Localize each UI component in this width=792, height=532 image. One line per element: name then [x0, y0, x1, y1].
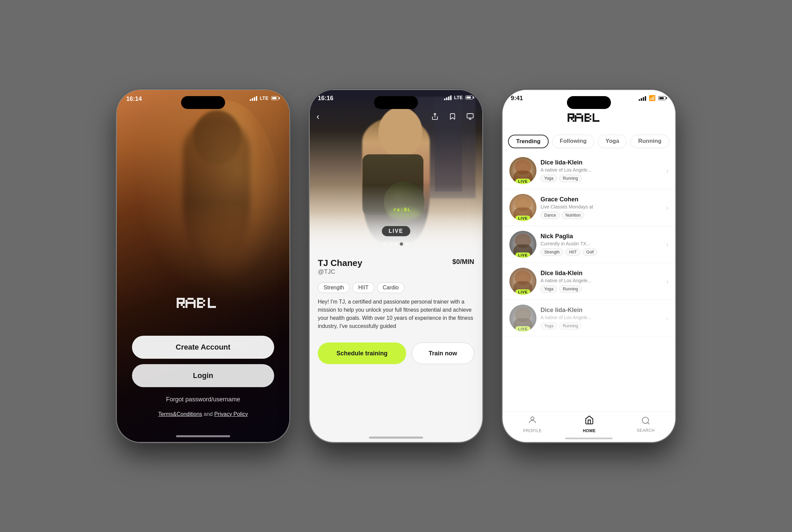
svg-rect-63	[573, 120, 574, 122]
status-time-1: 16:14	[126, 95, 142, 102]
tag-running-4[interactable]: Running	[559, 285, 582, 293]
svg-rect-58	[573, 115, 574, 117]
trainer-header: TJ Chaney @TJC $0/MIN	[318, 258, 474, 280]
trainer-avatar-4: LIVE	[509, 268, 536, 295]
trainer-list-item[interactable]: LIVE Grace Cohen Live Classes Mondays at…	[503, 189, 675, 226]
svg-rect-67	[575, 115, 577, 117]
phone-2-actions: Schedule training Train now	[310, 342, 482, 372]
forgot-password-link[interactable]: Forgot password/username	[166, 396, 240, 403]
tag-strength-3[interactable]: Strength	[541, 248, 563, 256]
chevron-right-4: ›	[666, 278, 668, 285]
terms-conditions-link[interactable]: Terms&Conditions	[158, 411, 202, 417]
svg-rect-37	[201, 302, 203, 304]
svg-rect-95	[593, 120, 594, 122]
bookmark-icon[interactable]	[447, 111, 458, 122]
trainer-price: $0/MIN	[453, 258, 474, 266]
trainer-info-2: Grace Cohen Live Classes Mondays at Danc…	[536, 196, 666, 219]
train-now-button[interactable]: Train now	[412, 342, 474, 364]
tag-yoga-4[interactable]: Yoga	[541, 285, 557, 293]
trainer-tags-1: Yoga Running	[541, 175, 662, 182]
tag-strength[interactable]: Strength	[318, 282, 350, 293]
nav-home[interactable]: HOME	[583, 415, 596, 433]
svg-rect-74	[575, 118, 577, 120]
nav-profile[interactable]: PROFILE	[523, 415, 542, 433]
tag-yoga-1[interactable]: Yoga	[541, 175, 557, 182]
tag-dance-2[interactable]: Dance	[541, 211, 560, 219]
trainer-tags-5: Yoga Running	[541, 322, 662, 330]
trainer-list: LIVE Dice Iida-Klein A native of Los Ang…	[503, 152, 675, 337]
svg-rect-83	[586, 113, 588, 115]
filter-tabs: Trending Following Yoga Running	[503, 135, 675, 152]
more-icon[interactable]	[465, 111, 475, 122]
search-icon	[641, 416, 650, 427]
tab-running[interactable]: Running	[630, 135, 669, 148]
svg-rect-70	[577, 117, 578, 118]
svg-rect-93	[593, 117, 594, 118]
svg-rect-84	[588, 113, 590, 115]
tag-hiit[interactable]: HIIT	[352, 282, 374, 293]
svg-rect-60	[571, 117, 573, 118]
trainer-desc-3: Currently in Austin TX...	[541, 241, 622, 246]
svg-rect-79	[585, 115, 586, 117]
home-icon	[585, 415, 594, 427]
svg-rect-36	[199, 302, 201, 304]
login-button[interactable]: Login	[132, 364, 274, 387]
trainer-info-1: Dice Iida-Klein A native of Los Angele..…	[536, 159, 666, 182]
back-button[interactable]: ‹	[317, 111, 320, 122]
dot-3[interactable]	[394, 242, 397, 245]
svg-rect-86	[586, 117, 588, 118]
tab-yoga[interactable]: Yoga	[598, 135, 627, 148]
status-right-2: LTE	[444, 95, 474, 100]
tag-yoga-5[interactable]: Yoga	[541, 322, 557, 330]
share-icon[interactable]	[430, 111, 440, 122]
phone-1-screen: 16:14 LTE	[117, 90, 289, 442]
dynamic-island-2	[374, 96, 418, 109]
tag-nutrition-2[interactable]: Nutrition	[562, 211, 585, 219]
dot-4[interactable]	[400, 242, 403, 246]
svg-rect-94	[593, 118, 594, 120]
nav-search[interactable]: SEARCH	[637, 416, 655, 433]
trainer-name-4: Dice Iida-Klein	[541, 270, 662, 277]
svg-rect-50	[568, 113, 569, 115]
svg-rect-0	[177, 298, 179, 300]
tab-following[interactable]: Following	[552, 135, 594, 148]
nav-profile-label: PROFILE	[523, 429, 542, 433]
svg-rect-38	[203, 304, 205, 306]
dot-2[interactable]	[389, 242, 392, 245]
signal-icon-2	[444, 95, 452, 100]
privacy-policy-link[interactable]: Privacy Policy	[214, 411, 248, 417]
live-badge-hero: LIVE	[382, 226, 410, 236]
trainer-name: TJ Chaney	[318, 258, 362, 268]
svg-rect-35	[203, 300, 205, 302]
schedule-training-button[interactable]: Schedule training	[318, 342, 406, 364]
dot-1[interactable]	[383, 242, 386, 245]
live-badge-5: LIVE	[515, 326, 530, 332]
svg-rect-6	[181, 298, 183, 300]
svg-point-99	[531, 417, 534, 420]
dynamic-island-1	[181, 96, 225, 109]
trainer-desc-2: Live Classes Mondays at	[541, 204, 622, 209]
tag-hiit-3[interactable]: HIIT	[565, 248, 581, 256]
create-account-button[interactable]: Create Account	[132, 336, 274, 359]
svg-rect-32	[197, 306, 199, 308]
trainer-name-2: Grace Cohen	[541, 196, 662, 203]
trainer-tags-row: Strength HIIT Cardio	[318, 282, 474, 293]
trainer-list-item[interactable]: LIVE Dice Iida-Klein A native of Los Ang…	[503, 152, 675, 189]
trainer-list-item[interactable]: LIVE Dice Iida-Klein A native of Los Ang…	[503, 300, 675, 337]
trainer-list-item[interactable]: LIVE Dice Iida-Klein A native of Los Ang…	[503, 263, 675, 300]
tag-cardio[interactable]: Cardio	[377, 282, 404, 293]
tag-running-5[interactable]: Running	[559, 322, 582, 330]
tab-trending[interactable]: Trending	[508, 135, 549, 148]
tag-running-1[interactable]: Running	[559, 175, 582, 182]
phone-2-screen: ra:BL 16:16 LTE	[310, 90, 482, 442]
svg-rect-96	[594, 120, 596, 122]
trainer-list-item[interactable]: LIVE Nick Paglia Currently in Austin TX.…	[503, 226, 675, 263]
tag-golf-3[interactable]: Golf	[583, 248, 597, 256]
dot-5[interactable]	[406, 242, 409, 245]
svg-rect-34	[201, 298, 203, 300]
svg-rect-49	[467, 114, 473, 118]
terms-privacy-text: Terms&Conditions and Privacy Policy	[158, 411, 248, 417]
trainer-avatar-2: LIVE	[509, 194, 536, 221]
rabl-logo-1	[176, 297, 230, 316]
svg-rect-43	[208, 302, 210, 304]
